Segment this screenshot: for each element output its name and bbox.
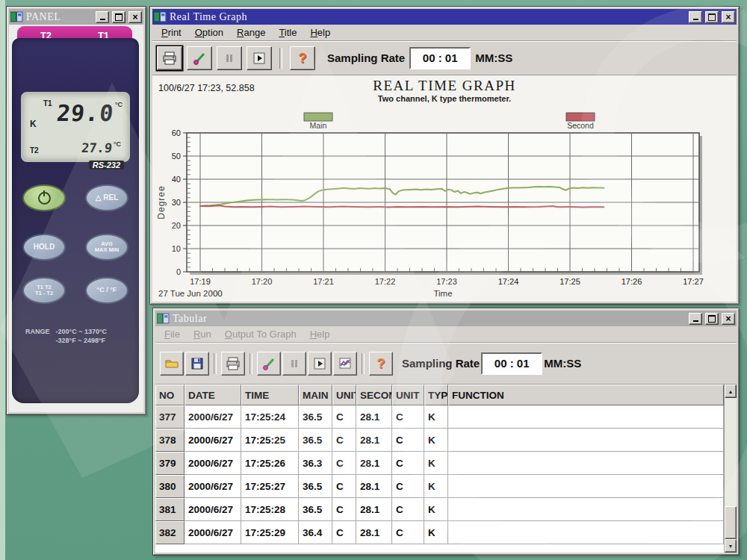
graph-app-icon[interactable] <box>154 11 167 22</box>
graph-close-button[interactable]: × <box>722 11 735 23</box>
table-cell[interactable]: C <box>332 405 356 429</box>
panel-app-icon[interactable] <box>10 11 23 22</box>
table-cell[interactable]: C <box>392 429 424 452</box>
table-cell[interactable]: 17:25:27 <box>241 475 299 498</box>
table-cell[interactable]: K <box>424 521 448 544</box>
scrollbar-thumb[interactable] <box>725 506 737 539</box>
table-cell[interactable]: 28.1 <box>356 452 392 475</box>
table-cell[interactable]: K <box>424 452 448 475</box>
table-cell[interactable]: K <box>424 498 448 521</box>
row-number-cell[interactable]: 380 <box>155 475 185 498</box>
pause-button[interactable] <box>282 352 306 376</box>
power-button[interactable] <box>22 184 66 211</box>
menu-item-output-to-graph[interactable]: Output To Graph <box>219 327 303 341</box>
table-cell[interactable]: 17:25:29 <box>241 521 299 544</box>
table-cell[interactable]: C <box>332 521 356 544</box>
menu-item-option[interactable]: Option <box>189 25 229 40</box>
panel-close-button[interactable]: × <box>128 11 142 23</box>
table-cell[interactable]: 36.5 <box>299 405 332 429</box>
row-number-cell[interactable]: 379 <box>155 452 185 475</box>
table-cell[interactable]: 28.1 <box>356 475 392 498</box>
table-cell[interactable]: 2000/6/27 <box>185 405 241 429</box>
help-button[interactable]: ? <box>290 46 315 70</box>
scroll-down-button[interactable]: ▼ <box>725 539 737 553</box>
table-cell[interactable]: K <box>424 429 448 452</box>
table-cell[interactable]: 36.5 <box>299 498 332 521</box>
table-cell[interactable]: C <box>332 452 356 475</box>
menu-item-print[interactable]: Print <box>155 25 187 40</box>
panel-minimize-button[interactable] <box>96 11 109 23</box>
row-number-cell[interactable]: 378 <box>155 429 185 452</box>
open-button[interactable] <box>160 352 184 376</box>
row-number-cell[interactable]: 382 <box>155 521 185 544</box>
row-number-cell[interactable]: 381 <box>155 498 185 521</box>
print-button[interactable] <box>157 46 182 70</box>
table-cell[interactable]: 17:25:24 <box>241 405 299 429</box>
run-button[interactable] <box>308 352 332 376</box>
table-cell[interactable]: K <box>424 475 448 498</box>
table-cell[interactable]: 28.1 <box>356 405 392 429</box>
tabular-close-button[interactable]: × <box>722 313 735 325</box>
table-cell[interactable] <box>448 429 724 452</box>
table-cell[interactable]: 2000/6/27 <box>185 498 241 521</box>
table-cell[interactable]: C <box>332 429 356 452</box>
tabular-titlebar[interactable]: Tabular × <box>155 311 737 326</box>
scroll-up-button[interactable]: ▲ <box>725 385 737 398</box>
table-cell[interactable]: 17:25:25 <box>241 429 299 452</box>
graph-output-button[interactable] <box>333 352 357 376</box>
c-f-button[interactable]: °C / °F <box>85 277 128 304</box>
table-cell[interactable]: 28.1 <box>356 521 392 544</box>
tabular-minimize-button[interactable] <box>689 313 702 325</box>
menu-item-range[interactable]: Range <box>231 25 271 40</box>
print-button[interactable] <box>221 352 245 376</box>
table-cell[interactable]: 2000/6/27 <box>185 521 241 544</box>
table-cell[interactable]: C <box>392 475 424 498</box>
table-cell[interactable]: C <box>392 405 424 429</box>
panel-maximize-button[interactable] <box>112 11 125 23</box>
vertical-scrollbar[interactable]: ▲ ▼ <box>724 385 737 553</box>
table-cell[interactable] <box>448 475 724 498</box>
menu-item-run[interactable]: Run <box>187 327 217 341</box>
table-cell[interactable]: 28.1 <box>356 429 392 452</box>
table-cell[interactable]: 2000/6/27 <box>185 475 241 498</box>
table-cell[interactable]: 36.5 <box>299 475 332 498</box>
graph-titlebar[interactable]: Real Time Graph × <box>152 9 737 25</box>
rel-button[interactable]: △ REL <box>85 184 128 211</box>
table-cell[interactable]: C <box>392 521 424 544</box>
panel-titlebar[interactable]: PANEL × <box>9 9 143 25</box>
table-cell[interactable]: 2000/6/27 <box>185 452 241 475</box>
table-cell[interactable]: C <box>392 452 424 475</box>
pen-button[interactable] <box>187 46 212 70</box>
hold-button[interactable]: HOLD <box>22 234 66 261</box>
menu-item-file[interactable]: File <box>158 327 186 341</box>
graph-maximize-button[interactable] <box>705 11 719 23</box>
t1-t2-button[interactable]: T1 T2 T1 - T2 <box>22 277 66 304</box>
table-cell[interactable]: C <box>332 498 356 521</box>
table-cell[interactable]: 36.5 <box>299 429 332 452</box>
avg-max-min-button[interactable]: AVG MAX MIN <box>85 234 128 261</box>
table-cell[interactable]: C <box>332 475 356 498</box>
help-button[interactable]: ? <box>369 352 393 376</box>
table-cell[interactable]: 36.3 <box>299 452 332 475</box>
table-cell[interactable]: 28.1 <box>356 498 392 521</box>
table-cell[interactable]: 36.4 <box>299 521 332 544</box>
tabular-app-icon[interactable] <box>157 313 170 324</box>
sampling-rate-input[interactable] <box>409 47 471 69</box>
table-cell[interactable]: K <box>424 405 448 429</box>
table-cell[interactable]: 17:25:26 <box>241 452 299 475</box>
pause-button[interactable] <box>217 46 242 70</box>
table-cell[interactable] <box>448 452 724 475</box>
table-cell[interactable]: 17:25:28 <box>241 498 299 521</box>
scrollbar-track[interactable] <box>725 398 737 539</box>
menu-item-help[interactable]: Help <box>304 327 336 341</box>
table-cell[interactable] <box>448 498 724 521</box>
graph-minimize-button[interactable] <box>689 11 702 23</box>
sampling-rate-input[interactable] <box>481 352 542 375</box>
pen-button[interactable] <box>257 352 281 376</box>
tabular-maximize-button[interactable] <box>705 313 719 325</box>
save-button[interactable] <box>185 352 209 376</box>
menu-item-title[interactable]: Title <box>273 25 303 40</box>
row-number-cell[interactable]: 377 <box>155 405 185 429</box>
table-cell[interactable] <box>448 521 724 544</box>
table-cell[interactable]: C <box>392 498 424 521</box>
